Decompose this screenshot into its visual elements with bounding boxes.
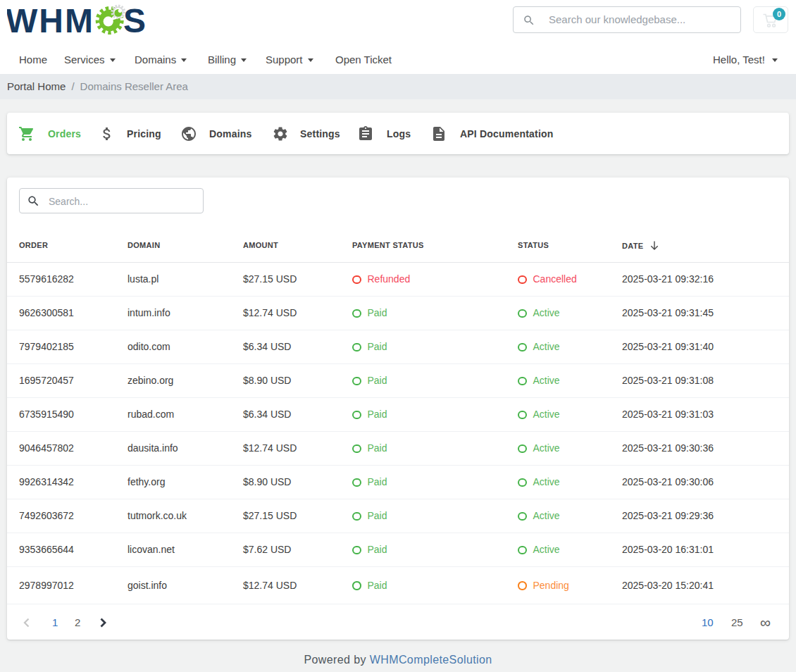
svg-text:S: S	[123, 4, 146, 37]
svg-text:WHM: WHM	[7, 4, 94, 37]
